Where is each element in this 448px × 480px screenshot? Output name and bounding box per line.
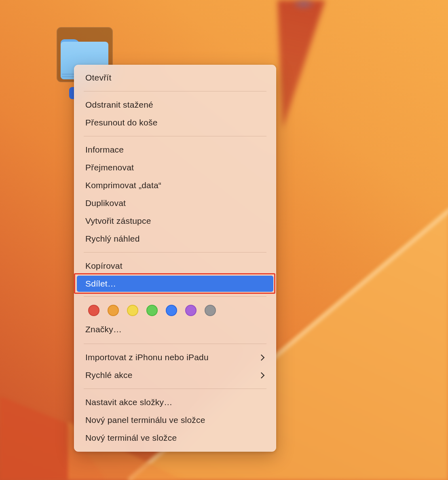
- menu-item-label: Značky…: [85, 325, 122, 334]
- menu-divider: [84, 136, 266, 136]
- menu-item-label: Rychlé akce: [85, 370, 133, 380]
- tag-green-button[interactable]: [146, 305, 158, 316]
- tag-orange-button[interactable]: [108, 305, 119, 316]
- menu-item-label: Importovat z iPhonu nebo iPadu: [85, 353, 209, 362]
- menu-item-duplicate[interactable]: Duplikovat: [74, 194, 276, 212]
- menu-divider: [84, 389, 266, 389]
- tag-yellow-button[interactable]: [127, 305, 138, 316]
- menu-item-new-terminal[interactable]: Nový terminál ve složce: [74, 429, 276, 447]
- menu-divider: [84, 344, 266, 344]
- menu-item-label: Komprimovat „data“: [85, 181, 161, 190]
- menu-item-new-terminal-tab[interactable]: Nový panel terminálu ve složce: [74, 411, 276, 429]
- tag-color-row: [74, 301, 276, 320]
- menu-item-tags[interactable]: Značky…: [74, 320, 276, 339]
- tag-red-button[interactable]: [88, 305, 99, 316]
- menu-item-label: Informace: [85, 145, 124, 155]
- menu-item-label: Přejmenovat: [85, 163, 134, 172]
- menu-item-import-from-iphone[interactable]: Importovat z iPhonu nebo iPadu: [74, 348, 276, 366]
- menu-item-label: Nastavit akce složky…: [85, 397, 172, 407]
- menu-item-share[interactable]: Sdílet…: [77, 276, 273, 292]
- tag-purple-button[interactable]: [185, 305, 197, 316]
- tag-gray-button[interactable]: [205, 305, 216, 316]
- menu-item-label: Odstranit stažené: [85, 100, 153, 110]
- menu-item-remove-downloaded[interactable]: Odstranit stažené: [74, 96, 276, 114]
- menu-item-compress[interactable]: Komprimovat „data“: [74, 176, 276, 194]
- menu-item-get-info[interactable]: Informace: [74, 141, 276, 159]
- menu-item-label: Rychlý náhled: [85, 234, 140, 244]
- menu-item-copy[interactable]: Kopírovat: [74, 257, 276, 275]
- menu-item-label: Přesunout do koše: [85, 118, 158, 127]
- menu-item-make-alias[interactable]: Vytvořit zástupce: [74, 212, 276, 230]
- menu-item-quick-look[interactable]: Rychlý náhled: [74, 230, 276, 248]
- menu-item-quick-actions[interactable]: Rychlé akce: [74, 366, 276, 384]
- menu-item-label: Duplikovat: [85, 198, 126, 208]
- menu-item-label: Sdílet…: [85, 279, 116, 289]
- context-menu: Otevřít Odstranit stažené Přesunout do k…: [74, 65, 276, 452]
- desktop: Otevřít Odstranit stažené Přesunout do k…: [0, 0, 448, 480]
- menu-item-label: Nový terminál ve složce: [85, 433, 177, 443]
- submenu-chevron-icon: [258, 354, 265, 361]
- tag-blue-button[interactable]: [166, 305, 177, 316]
- menu-item-label: Vytvořit zástupce: [85, 216, 151, 226]
- menu-item-move-to-trash[interactable]: Přesunout do koše: [74, 114, 276, 132]
- menu-item-label: Nový panel terminálu ve složce: [85, 415, 205, 425]
- menu-item-rename[interactable]: Přejmenovat: [74, 159, 276, 176]
- menu-item-label: Otevřít: [85, 73, 111, 83]
- menu-divider: [84, 296, 266, 297]
- menu-divider: [84, 91, 266, 91]
- menu-item-folder-actions-setup[interactable]: Nastavit akce složky…: [74, 393, 276, 411]
- menu-item-label: Kopírovat: [85, 261, 123, 271]
- menu-item-open[interactable]: Otevřít: [74, 69, 276, 87]
- wallpaper-smudge: [291, 0, 316, 11]
- submenu-chevron-icon: [258, 372, 265, 378]
- menu-divider: [84, 252, 266, 253]
